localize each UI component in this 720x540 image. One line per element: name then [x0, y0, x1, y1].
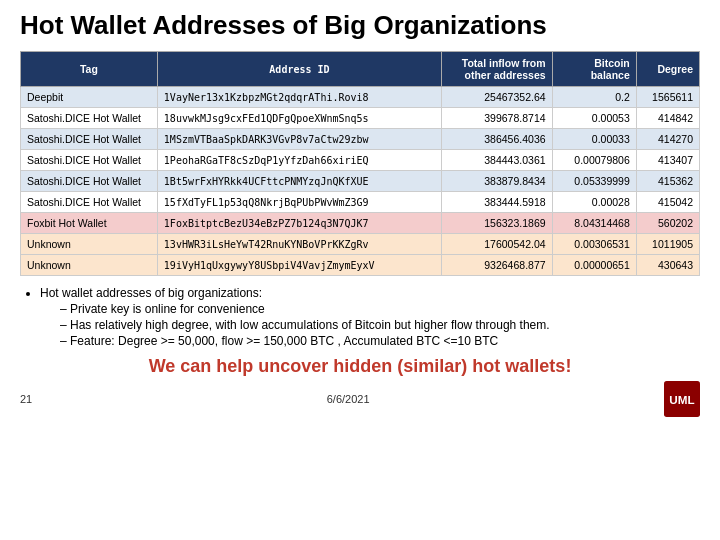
bullet-point: Private key is online for convenience [60, 302, 700, 316]
cell-tag: Satoshi.DICE Hot Wallet [21, 129, 158, 150]
cell-tag: Unknown [21, 234, 158, 255]
table-row: Deepbit 1VayNer13x1KzbpzMGt2qdqrAThi.Rov… [21, 87, 700, 108]
cell-inflow: 399678.8714 [442, 108, 553, 129]
bullet-point: Has relatively high degree, with low acc… [60, 318, 700, 332]
cell-address: 19iVyH1qUxgywyY8USbpiV4VavjZmymEyxV [157, 255, 441, 276]
logo-area: UML [664, 381, 700, 417]
cell-address: 13vHWR3iLsHeYwT42RnuKYNBoVPrKKZgRv [157, 234, 441, 255]
cell-degree: 415042 [636, 192, 699, 213]
table-row: Satoshi.DICE Hot Wallet 1MSzmVTBaaSpkDAR… [21, 129, 700, 150]
cell-inflow: 384443.0361 [442, 150, 553, 171]
addresses-table: Tag Address ID Total inflow from other a… [20, 51, 700, 276]
cell-tag: Unknown [21, 255, 158, 276]
cell-inflow: 25467352.64 [442, 87, 553, 108]
cell-tag: Satoshi.DICE Hot Wallet [21, 108, 158, 129]
cell-tag: Satoshi.DICE Hot Wallet [21, 171, 158, 192]
cell-inflow: 383879.8434 [442, 171, 553, 192]
cell-degree: 414842 [636, 108, 699, 129]
cell-inflow: 9326468.877 [442, 255, 553, 276]
table-row: Satoshi.DICE Hot Wallet 1Bt5wrFxHYRkk4UC… [21, 171, 700, 192]
col-header-tag: Tag [21, 52, 158, 87]
table-row: Satoshi.DICE Hot Wallet 1PeohaRGaTF8cSzD… [21, 150, 700, 171]
cell-tag: Satoshi.DICE Hot Wallet [21, 150, 158, 171]
cell-btc: 0.00000651 [552, 255, 636, 276]
page-number: 21 [20, 393, 32, 405]
cell-inflow: 386456.4036 [442, 129, 553, 150]
cell-inflow: 383444.5918 [442, 192, 553, 213]
svg-text:UML: UML [669, 393, 694, 406]
cell-address: 18uvwkMJsg9cxFEd1QDFgQpoeXWnmSnq5s [157, 108, 441, 129]
footer: 21 6/6/2021 UML [20, 381, 700, 417]
cell-address: 15fXdTyFL1p53qQ8NkrjBqPUbPWvWmZ3G9 [157, 192, 441, 213]
cell-btc: 0.00033 [552, 129, 636, 150]
col-header-inflow: Total inflow from other addresses [442, 52, 553, 87]
cell-address: 1VayNer13x1KzbpzMGt2qdqrAThi.Rovi8 [157, 87, 441, 108]
cell-address: 1MSzmVTBaaSpkDARK3VGvP8v7aCtw29zbw [157, 129, 441, 150]
cell-address: 1Bt5wrFxHYRkk4UCFttcPNMYzqJnQKfXUE [157, 171, 441, 192]
cell-inflow: 156323.1869 [442, 213, 553, 234]
table-row: Satoshi.DICE Hot Wallet 15fXdTyFL1p53qQ8… [21, 192, 700, 213]
cell-btc: 0.00053 [552, 108, 636, 129]
cell-btc: 0.00306531 [552, 234, 636, 255]
cell-btc: 0.00079806 [552, 150, 636, 171]
table-row: Foxbit Hot Wallet 1FoxBitptcBezU34eBzPZ7… [21, 213, 700, 234]
umass-logo: UML [664, 381, 700, 417]
date: 6/6/2021 [327, 393, 370, 405]
cell-address: 1PeohaRGaTF8cSzDqP1yYfzDah66xiriEQ [157, 150, 441, 171]
cell-btc: 0.00028 [552, 192, 636, 213]
cell-tag: Deepbit [21, 87, 158, 108]
col-header-address: Address ID [157, 52, 441, 87]
cell-degree: 1011905 [636, 234, 699, 255]
cell-btc: 0.2 [552, 87, 636, 108]
bullet-intro: Hot wallet addresses of big organization… [40, 286, 700, 300]
bullet-point: Feature: Degree >= 50,000, flow >= 150,0… [60, 334, 700, 348]
cell-btc: 0.05339999 [552, 171, 636, 192]
cell-degree: 560202 [636, 213, 699, 234]
cell-degree: 414270 [636, 129, 699, 150]
cell-degree: 430643 [636, 255, 699, 276]
col-header-degree: Degree [636, 52, 699, 87]
cell-btc: 8.04314468 [552, 213, 636, 234]
bullet-section: Hot wallet addresses of big organization… [20, 286, 700, 348]
highlight-text: We can help uncover hidden (similar) hot… [20, 356, 700, 377]
cell-degree: 415362 [636, 171, 699, 192]
table-row: Satoshi.DICE Hot Wallet 18uvwkMJsg9cxFEd… [21, 108, 700, 129]
table-row: Unknown 13vHWR3iLsHeYwT42RnuKYNBoVPrKKZg… [21, 234, 700, 255]
cell-degree: 413407 [636, 150, 699, 171]
cell-tag: Satoshi.DICE Hot Wallet [21, 192, 158, 213]
cell-tag: Foxbit Hot Wallet [21, 213, 158, 234]
cell-address: 1FoxBitptcBezU34eBzPZ7b124q3N7QJK7 [157, 213, 441, 234]
table-row: Unknown 19iVyH1qUxgywyY8USbpiV4VavjZmymE… [21, 255, 700, 276]
col-header-btc: Bitcoin balance [552, 52, 636, 87]
page-title: Hot Wallet Addresses of Big Organization… [20, 10, 700, 41]
cell-inflow: 17600542.04 [442, 234, 553, 255]
cell-degree: 1565611 [636, 87, 699, 108]
